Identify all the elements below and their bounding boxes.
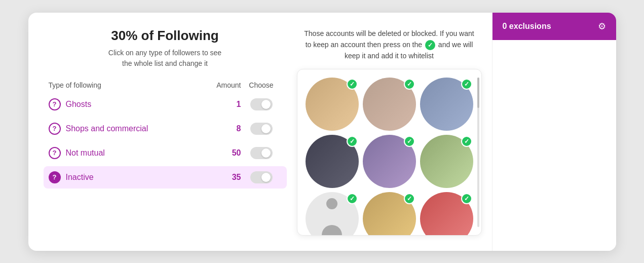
row-label-not-mutual: Not mutual xyxy=(66,148,201,158)
row-amount-ghosts: 1 xyxy=(201,100,241,109)
row-icon-not-mutual: ? xyxy=(49,147,61,159)
col-type-header: Type of following xyxy=(49,81,201,89)
main-container: 30% of Following Click on any type of fo… xyxy=(28,13,616,251)
sidebar: 0 exclusions ⚙ xyxy=(492,13,616,251)
gallery-item[interactable] xyxy=(363,78,416,131)
check-badge-9[interactable] xyxy=(461,193,472,204)
scrollbar-thumb[interactable] xyxy=(477,78,479,108)
row-toggle-shops[interactable] xyxy=(241,123,282,135)
check-badge-7[interactable] xyxy=(347,193,358,204)
gallery-item[interactable] xyxy=(363,192,416,235)
row-icon-shops: ? xyxy=(49,123,61,135)
exclusions-count: 0 exclusions xyxy=(503,22,551,31)
gallery-item[interactable] xyxy=(420,78,473,131)
row-toggle-not-mutual[interactable] xyxy=(241,147,282,159)
page-title: 30% of Following xyxy=(44,28,287,44)
toggle-shops[interactable] xyxy=(250,123,273,135)
check-badge-4[interactable] xyxy=(347,136,358,147)
gallery-item[interactable] xyxy=(420,135,473,188)
row-label-ghosts: Ghosts xyxy=(66,100,201,109)
check-badge-2[interactable] xyxy=(404,79,415,90)
row-not-mutual[interactable]: ? Not mutual 50 xyxy=(44,142,287,164)
right-section: Those accounts will be deleted or blocke… xyxy=(297,28,482,236)
check-badge-3[interactable] xyxy=(461,79,472,90)
gallery-scroll xyxy=(297,69,481,235)
toggle-inactive[interactable] xyxy=(250,171,273,183)
gallery-container xyxy=(297,69,482,236)
col-choose-header: Choose xyxy=(241,81,282,89)
gallery-item[interactable] xyxy=(420,192,473,235)
row-toggle-ghosts[interactable] xyxy=(241,98,282,110)
row-shops[interactable]: ? Shops and commercial 8 xyxy=(44,118,287,140)
gallery-item[interactable] xyxy=(306,135,359,188)
check-badge-8[interactable] xyxy=(404,193,415,204)
gallery-item[interactable] xyxy=(363,135,416,188)
row-icon-ghosts: ? xyxy=(49,98,61,110)
gallery-item[interactable] xyxy=(306,78,359,131)
toggle-not-mutual[interactable] xyxy=(250,147,273,159)
toggle-ghosts[interactable] xyxy=(250,98,273,110)
col-amount-header: Amount xyxy=(201,81,241,89)
page-subtitle: Click on any type of followers to see th… xyxy=(44,48,287,69)
main-panel: 30% of Following Click on any type of fo… xyxy=(28,13,492,251)
check-icon-inline xyxy=(425,40,435,50)
check-badge-6[interactable] xyxy=(461,136,472,147)
row-amount-inactive: 35 xyxy=(201,173,241,182)
row-ghosts[interactable]: ? Ghosts 1 xyxy=(44,93,287,116)
table-header: Type of following Amount Choose xyxy=(44,81,287,89)
sidebar-header: 0 exclusions ⚙ xyxy=(493,13,616,40)
check-badge-1[interactable] xyxy=(347,79,358,90)
scrollbar-track xyxy=(477,78,479,227)
filter-icon[interactable]: ⚙ xyxy=(598,21,606,32)
row-icon-inactive: ? xyxy=(49,171,61,183)
check-badge-5[interactable] xyxy=(404,136,415,147)
row-amount-not-mutual: 50 xyxy=(201,148,241,158)
row-inactive[interactable]: ? Inactive 35 xyxy=(44,166,287,189)
row-toggle-inactive[interactable] xyxy=(241,171,282,183)
info-text: Those accounts will be deleted or blocke… xyxy=(297,28,482,62)
row-label-inactive: Inactive xyxy=(66,173,201,182)
gallery-item[interactable] xyxy=(306,192,359,235)
left-section: 30% of Following Click on any type of fo… xyxy=(44,28,287,236)
row-label-shops: Shops and commercial xyxy=(66,124,201,133)
row-amount-shops: 8 xyxy=(201,124,241,133)
